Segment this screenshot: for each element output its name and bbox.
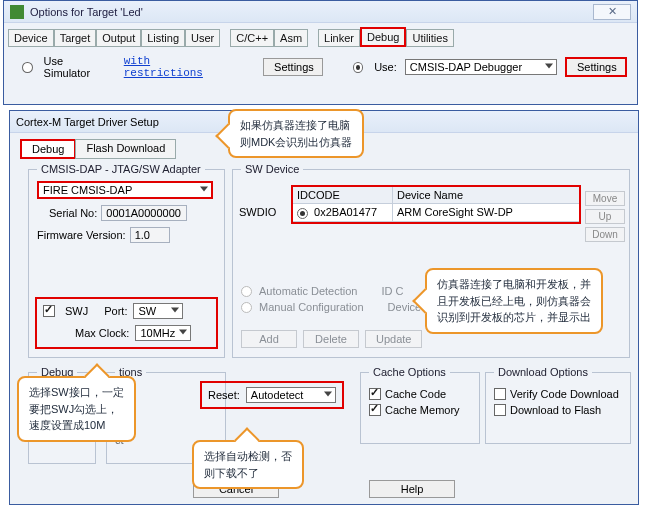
outer-titlebar: Options for Target 'Led' ✕ xyxy=(4,1,637,23)
callout-autodetect: 选择自动检测，否 则下载不了 xyxy=(192,440,304,489)
verify-checkbox[interactable] xyxy=(494,388,506,400)
port-value: SW xyxy=(138,305,156,317)
cache-memory-checkbox[interactable] xyxy=(369,404,381,416)
table-row[interactable]: 0x2BA01477 ARM CoreSight SW-DP xyxy=(293,204,579,222)
auto-detect-label: Automatic Detection xyxy=(259,285,357,297)
use-debugger-radio[interactable] xyxy=(353,62,364,73)
callout-text: 则MDK会识别出仿真器 xyxy=(240,134,352,151)
debugger-select[interactable]: CMSIS-DAP Debugger xyxy=(405,59,557,75)
clock-select[interactable]: 10MHz xyxy=(135,325,191,341)
tab-asm[interactable]: Asm xyxy=(274,29,308,47)
debugger-select-value: CMSIS-DAP Debugger xyxy=(410,61,522,73)
clock-label: Max Clock: xyxy=(75,327,129,339)
flash-checkbox[interactable] xyxy=(494,404,506,416)
callout-sw-port: 选择SW接口，一定 要把SWJ勾选上， 速度设置成10M xyxy=(17,376,136,442)
tab-linker[interactable]: Linker xyxy=(318,29,360,47)
callout-text: 速度设置成10M xyxy=(29,417,124,434)
delete-button[interactable]: Delete xyxy=(303,330,359,348)
clock-value: 10MHz xyxy=(140,327,175,339)
adapter-fieldset: CMSIS-DAP - JTAG/SW Adapter FIRE CMSIS-D… xyxy=(28,163,225,358)
fw-value: 1.0 xyxy=(130,227,170,243)
callout-text: 如果仿真器连接了电脑 xyxy=(240,117,352,134)
cache-fieldset: Cache Options Cache Code Cache Memory xyxy=(360,366,480,444)
tab-user[interactable]: User xyxy=(185,29,220,47)
debugger-row: Use Simulator with restrictions Settings… xyxy=(22,55,627,79)
tab-target[interactable]: Target xyxy=(54,29,97,47)
use-simulator-radio[interactable] xyxy=(22,62,33,73)
swdevice-table: IDCODE Device Name 0x2BA01477 ARM CoreSi… xyxy=(291,185,581,224)
settings-right-button[interactable]: Settings xyxy=(565,57,627,77)
tab-cpp[interactable]: C/C++ xyxy=(230,29,274,47)
cache-code-checkbox[interactable] xyxy=(369,388,381,400)
update-button[interactable]: Update xyxy=(365,330,422,348)
callout-text: 则下载不了 xyxy=(204,465,292,482)
cache-memory-label: Cache Memory xyxy=(385,404,460,416)
swj-checkbox[interactable] xyxy=(43,305,55,317)
swdio-label: SWDIO xyxy=(239,206,276,218)
dialog-buttons: Cancel Help xyxy=(10,480,638,498)
app-icon xyxy=(10,5,24,19)
auto-detect-radio[interactable] xyxy=(241,286,252,297)
callout-text: 仿真器连接了电脑和开发板，并 xyxy=(437,276,591,293)
tab-output[interactable]: Output xyxy=(96,29,141,47)
settings-left-button[interactable]: Settings xyxy=(263,58,323,76)
callout-text: 选择SW接口，一定 xyxy=(29,384,124,401)
options-window: Options for Target 'Led' ✕ Device Target… xyxy=(3,0,638,105)
callout-text: 要把SWJ勾选上， xyxy=(29,401,124,418)
use-label: Use: xyxy=(374,61,397,73)
serial-label: Serial No: xyxy=(49,207,97,219)
swdevice-legend: SW Device xyxy=(241,163,303,175)
swj-group: SWJ Port: SW Max Clock: 10MHz xyxy=(35,297,218,349)
download-legend: Download Options xyxy=(494,366,592,378)
reset-select[interactable]: Autodetect xyxy=(246,387,336,403)
swdevice-side-buttons: Move Up Down xyxy=(585,191,625,242)
port-label: Port: xyxy=(104,305,127,317)
help-button[interactable]: Help xyxy=(369,480,455,498)
detect-buttons: Add Delete Update xyxy=(241,330,422,348)
idcode-small-label: ID C xyxy=(381,285,403,297)
adapter-select-value: FIRE CMSIS-DAP xyxy=(43,184,132,196)
manual-conf-radio[interactable] xyxy=(241,302,252,313)
cache-legend: Cache Options xyxy=(369,366,450,378)
with-restrictions-link[interactable]: with restrictions xyxy=(124,55,231,79)
callout-text: 且开发板已经上电，则仿真器会 xyxy=(437,293,591,310)
move-button[interactable]: Move xyxy=(585,191,625,206)
up-button[interactable]: Up xyxy=(585,209,625,224)
row-idcode: 0x2BA01477 xyxy=(314,206,377,218)
tab-debug[interactable]: Debug xyxy=(360,27,406,47)
inner-tab-flash[interactable]: Flash Download xyxy=(75,139,176,159)
row-devname: ARM CoreSight SW-DP xyxy=(393,204,579,222)
callout-text: 识别到开发板的芯片，并显示出 xyxy=(437,309,591,326)
outer-tabstrip: Device Target Output Listing User C/C++ … xyxy=(8,27,633,47)
tab-listing[interactable]: Listing xyxy=(141,29,185,47)
inner-tab-debug[interactable]: Debug xyxy=(20,139,76,159)
callout-board-detected: 仿真器连接了电脑和开发板，并 且开发板已经上电，则仿真器会 识别到开发板的芯片，… xyxy=(425,268,603,334)
down-button[interactable]: Down xyxy=(585,227,625,242)
add-button[interactable]: Add xyxy=(241,330,297,348)
callout-emulator-detected: 如果仿真器连接了电脑 则MDK会识别出仿真器 xyxy=(228,109,364,158)
verify-label: Verify Code Download xyxy=(510,388,619,400)
reset-group: Reset: Autodetect xyxy=(200,381,344,409)
use-simulator-label: Use Simulator xyxy=(44,55,110,79)
close-icon[interactable]: ✕ xyxy=(593,4,631,20)
reset-label: Reset: xyxy=(208,389,240,401)
col-idcode: IDCODE xyxy=(293,187,393,204)
inner-title: Cortex-M Target Driver Setup xyxy=(16,116,159,128)
swj-label: SWJ xyxy=(65,305,88,317)
port-select[interactable]: SW xyxy=(133,303,183,319)
row-radio[interactable] xyxy=(297,208,308,219)
reset-value: Autodetect xyxy=(251,389,304,401)
serial-value: 0001A0000000 xyxy=(101,205,187,221)
flash-label: Download to Flash xyxy=(510,404,601,416)
cache-code-label: Cache Code xyxy=(385,388,446,400)
col-devname: Device Name xyxy=(393,187,579,204)
download-fieldset: Download Options Verify Code Download Do… xyxy=(485,366,631,444)
manual-conf-label: Manual Configuration xyxy=(259,301,364,313)
tab-device[interactable]: Device xyxy=(8,29,54,47)
outer-title: Options for Target 'Led' xyxy=(30,6,143,18)
fw-label: Firmware Version: xyxy=(37,229,126,241)
adapter-select[interactable]: FIRE CMSIS-DAP xyxy=(37,181,213,199)
tab-utilities[interactable]: Utilities xyxy=(406,29,453,47)
adapter-legend: CMSIS-DAP - JTAG/SW Adapter xyxy=(37,163,205,175)
